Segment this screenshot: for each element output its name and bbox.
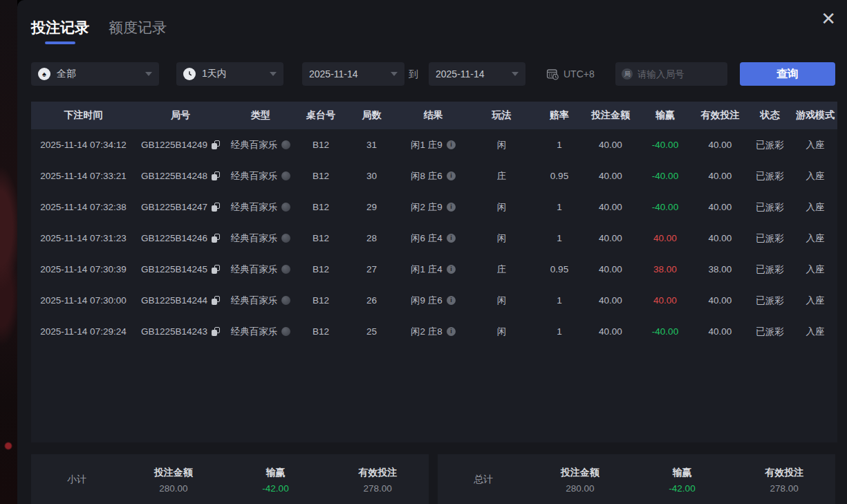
copy-icon[interactable] bbox=[212, 140, 220, 149]
chevron-down-icon bbox=[145, 72, 152, 76]
table-row: 2025-11-14 07:30:39 GB1225B14245 经典百家乐 B… bbox=[31, 254, 837, 285]
game-dot-icon bbox=[281, 203, 290, 212]
total-valid-col: 有效投注 278.00 bbox=[733, 467, 835, 494]
cell-odds: 1 bbox=[534, 326, 584, 337]
subtotal-winloss-value: -42.00 bbox=[225, 483, 327, 494]
cell-bet-amount: 40.00 bbox=[584, 171, 637, 181]
cell-round-id: GB1225B14243 bbox=[136, 326, 225, 337]
cell-round-no: 25 bbox=[346, 326, 398, 337]
column-header: 状态 bbox=[747, 109, 793, 122]
time-range-dropdown[interactable]: 1天内 bbox=[176, 62, 283, 86]
info-icon[interactable] bbox=[447, 296, 456, 305]
game-dot-icon bbox=[281, 296, 290, 305]
column-header: 有效投注 bbox=[694, 109, 747, 122]
page-backdrop bbox=[0, 0, 17, 504]
tab-quota-records[interactable]: 额度记录 bbox=[109, 18, 167, 44]
cell-bet-time: 2025-11-14 07:29:24 bbox=[31, 326, 136, 337]
subtotal-valid-col: 有效投注 278.00 bbox=[326, 467, 429, 494]
cell-status: 已派彩 bbox=[747, 326, 793, 338]
game-type-dropdown[interactable]: 全部 bbox=[31, 62, 159, 86]
valid-bet-label: 有效投注 bbox=[326, 467, 429, 479]
cell-status: 已派彩 bbox=[747, 170, 793, 183]
clock-icon bbox=[183, 68, 196, 80]
calendar-clock-icon[interactable] bbox=[546, 68, 559, 80]
cell-game-mode: 入座 bbox=[793, 326, 837, 338]
info-icon[interactable] bbox=[447, 265, 456, 274]
total-card: 总计 投注金额 280.00 输赢 -42.00 有效投注 278.00 bbox=[438, 454, 835, 504]
winloss-label: 输赢 bbox=[631, 467, 734, 479]
cell-win-loss: 40.00 bbox=[637, 295, 694, 306]
info-icon[interactable] bbox=[447, 327, 456, 336]
cell-bet-amount: 40.00 bbox=[584, 295, 637, 306]
timezone-group: UTC+8 bbox=[546, 62, 595, 86]
cell-round-id: GB1225B14246 bbox=[136, 233, 225, 243]
cell-play: 庄 bbox=[469, 263, 534, 276]
subtotal-label: 小计 bbox=[31, 474, 122, 486]
close-icon[interactable]: ✕ bbox=[821, 10, 836, 28]
cell-result: 闲6 庄4 bbox=[398, 232, 469, 245]
query-button[interactable]: 查询 bbox=[740, 62, 835, 86]
cell-odds: 1 bbox=[534, 233, 584, 243]
cell-result: 闲8 庄6 bbox=[398, 170, 469, 183]
cell-table-no: B12 bbox=[296, 295, 346, 306]
copy-icon[interactable] bbox=[212, 265, 220, 274]
time-range-value: 1天内 bbox=[202, 68, 227, 80]
info-icon[interactable] bbox=[447, 234, 456, 243]
copy-icon[interactable] bbox=[212, 171, 220, 180]
cell-result: 闲2 庄8 bbox=[398, 326, 469, 338]
cell-table-no: B12 bbox=[296, 202, 346, 212]
date-from-select[interactable]: 2025-11-14 bbox=[302, 62, 404, 86]
cell-game-mode: 入座 bbox=[793, 263, 837, 276]
cell-round-no: 27 bbox=[346, 264, 398, 274]
cell-win-loss: -40.00 bbox=[637, 202, 694, 212]
cell-result: 闲1 庄9 bbox=[398, 139, 469, 151]
table-row: 2025-11-14 07:30:00 GB1225B14244 经典百家乐 B… bbox=[31, 285, 837, 316]
copy-icon[interactable] bbox=[212, 234, 220, 243]
cell-bet-amount: 40.00 bbox=[584, 202, 637, 212]
info-icon[interactable] bbox=[447, 140, 456, 149]
table-row: 2025-11-14 07:34:12 GB1225B14249 经典百家乐 B… bbox=[31, 129, 837, 160]
cell-valid-bet: 40.00 bbox=[694, 171, 747, 181]
cell-win-loss: -40.00 bbox=[637, 326, 694, 337]
game-type-value: 全部 bbox=[57, 68, 76, 80]
total-winloss-col: 输赢 -42.00 bbox=[631, 467, 734, 494]
cell-round-id: GB1225B14247 bbox=[136, 202, 225, 212]
column-header: 输赢 bbox=[637, 109, 694, 122]
active-tab-underline bbox=[45, 41, 75, 44]
cell-bet-time: 2025-11-14 07:32:38 bbox=[31, 202, 136, 212]
subtotal-winloss-col: 输赢 -42.00 bbox=[225, 467, 327, 494]
cell-odds: 1 bbox=[534, 140, 584, 150]
date-from-value: 2025-11-14 bbox=[309, 68, 358, 80]
cell-game-mode: 入座 bbox=[793, 201, 837, 214]
date-to-select[interactable]: 2025-11-14 bbox=[429, 62, 525, 86]
table-header-row: 下注时间局号类型桌台号局数结果玩法赔率投注金额输赢有效投注状态游戏模式 bbox=[31, 102, 837, 129]
spade-icon bbox=[38, 68, 50, 80]
cell-bet-time: 2025-11-14 07:30:00 bbox=[31, 295, 136, 306]
total-bet-col: 投注金额 280.00 bbox=[529, 467, 631, 494]
total-label: 总计 bbox=[438, 474, 529, 486]
table-row: 2025-11-14 07:33:21 GB1225B14248 经典百家乐 B… bbox=[31, 160, 837, 192]
cell-bet-amount: 40.00 bbox=[584, 264, 637, 274]
cell-game-type: 经典百家乐 bbox=[225, 201, 296, 214]
cell-game-type: 经典百家乐 bbox=[225, 170, 296, 183]
tab-betting-records[interactable]: 投注记录 bbox=[31, 18, 89, 44]
cell-table-no: B12 bbox=[296, 264, 346, 274]
cell-play: 闲 bbox=[469, 326, 534, 338]
copy-icon[interactable] bbox=[212, 296, 220, 305]
info-icon[interactable] bbox=[447, 203, 456, 212]
info-icon[interactable] bbox=[447, 171, 456, 180]
copy-icon[interactable] bbox=[212, 203, 220, 212]
column-header: 类型 bbox=[225, 109, 296, 122]
cell-round-no: 31 bbox=[346, 140, 398, 150]
cell-round-no: 29 bbox=[346, 202, 398, 212]
copy-icon[interactable] bbox=[212, 327, 220, 336]
chevron-down-icon bbox=[391, 72, 398, 76]
table-body: 2025-11-14 07:34:12 GB1225B14249 经典百家乐 B… bbox=[31, 129, 837, 347]
column-header: 桌台号 bbox=[296, 109, 346, 122]
column-header: 游戏模式 bbox=[793, 109, 837, 122]
round-number-input[interactable] bbox=[637, 69, 721, 80]
cell-bet-time: 2025-11-14 07:33:21 bbox=[31, 171, 136, 181]
cell-game-type: 经典百家乐 bbox=[225, 263, 296, 276]
betting-records-modal: ✕ 投注记录 额度记录 全部 1天内 2025-11-14 到 2025 bbox=[17, 0, 847, 504]
subtotal-valid-value: 278.00 bbox=[326, 483, 429, 494]
